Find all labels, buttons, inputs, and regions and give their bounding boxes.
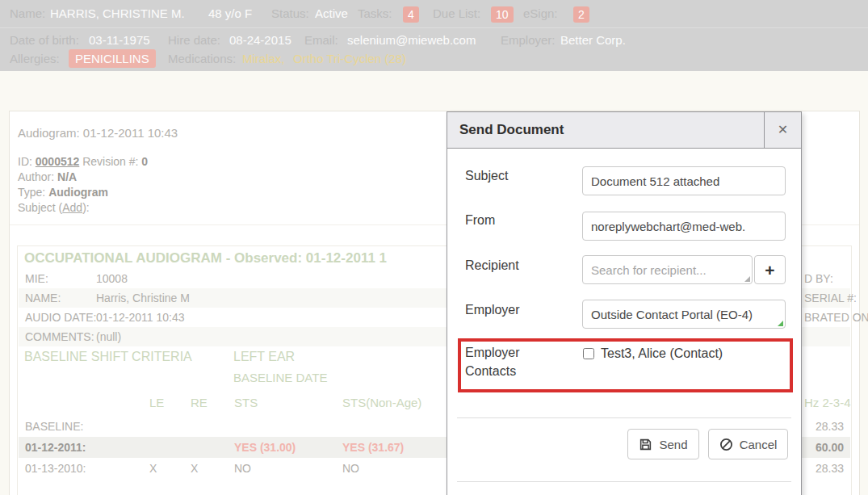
doc-author-label: Author: <box>18 170 54 183</box>
doc-revision-value: 0 <box>141 155 148 168</box>
recipient-label: Recipient <box>465 258 519 273</box>
dob-value: 03-11-1975 <box>89 31 150 50</box>
send-document-modal: Send Document ✕ Subject From Recipient +… <box>447 111 802 495</box>
doc-type-value: Audiogram <box>48 186 108 199</box>
cutoff-fragment: BRATED ON <box>804 308 868 327</box>
employer-resize-grip-icon[interactable] <box>778 321 783 326</box>
contact-checkbox[interactable] <box>583 348 594 359</box>
close-icon[interactable]: ✕ <box>764 112 801 148</box>
baseline-date-header: BASELINE DATE <box>233 371 327 384</box>
screen: Name: HARRIS, CHRISTINE M. 48 y/o F Stat… <box>0 0 868 495</box>
employer-contacts-label-line1: Employer <box>465 346 520 360</box>
status-label: Status: <box>271 0 309 27</box>
allergy-badge[interactable]: PENICILLINS <box>69 49 156 68</box>
cancel-slash-icon <box>719 438 733 451</box>
tasks-label: Tasks: <box>358 0 392 27</box>
email-label: Email: <box>304 31 338 50</box>
esign-count-badge[interactable]: 2 <box>573 6 589 23</box>
doc-id-link[interactable]: 0000512 <box>36 155 80 168</box>
contact-option-label: Test3, Alice (Contact) <box>601 346 723 361</box>
medication-link-2[interactable]: Ortho Tri-Cyclen (28) <box>293 49 406 69</box>
medication-link-1[interactable]: Miralax, <box>242 49 285 69</box>
bottom-divider <box>457 481 791 482</box>
cutoff-fragment: D BY: <box>804 269 833 288</box>
modal-title: Send Document <box>459 112 564 148</box>
hz-header-fragment: Hz 2-3-4 <box>804 393 851 413</box>
doc-subject-label: Subject ( <box>18 201 62 214</box>
due-list-label: Due List: <box>433 0 480 27</box>
recipient-resize-grip-icon[interactable] <box>744 276 750 282</box>
cutoff-fragment: SERIAL #: <box>804 288 857 308</box>
patient-name: HARRIS, CHRISTINE M. <box>50 0 185 27</box>
baseline-title: BASELINE SHIFT CRITERIA <box>24 350 192 364</box>
employer-value: Better Corp. <box>560 31 626 50</box>
doc-author-value: N/A <box>57 170 77 183</box>
due-list-count-badge[interactable]: 10 <box>491 6 514 23</box>
email-value: selenium@mieweb.com <box>347 31 476 50</box>
add-recipient-button[interactable]: + <box>754 255 786 284</box>
esign-label: eSign: <box>523 0 558 27</box>
hire-date-label: Hire date: <box>168 31 220 50</box>
send-button-label: Send <box>659 438 687 451</box>
left-ear-header: LEFT EAR <box>233 350 295 364</box>
document-title: Audiogram: 01-12-2011 10:43 <box>18 126 178 140</box>
from-input[interactable] <box>582 212 786 241</box>
allergies-label: Allergies: <box>10 49 60 69</box>
employer-field-label: Employer <box>465 303 520 317</box>
report-heading: OCCUPATIONAL AUDIOGRAM - Observed: 01-12… <box>24 250 387 266</box>
employer-contacts-label-line2: Contacts <box>465 364 516 379</box>
hire-date-value: 08-24-2015 <box>229 31 291 50</box>
recipient-search-input[interactable] <box>582 255 753 284</box>
patient-header-rows23: Date of birth: 03-11-1975 Hire date: 08-… <box>0 28 868 71</box>
save-disk-icon <box>639 438 652 451</box>
medications-label: Medications: <box>168 49 236 69</box>
from-label: From <box>465 213 495 228</box>
employer-select-input[interactable] <box>582 300 786 329</box>
patient-header-row1: Name: HARRIS, CHRISTINE M. 48 y/o F Stat… <box>0 0 868 28</box>
name-label: Name: <box>10 0 45 27</box>
dob-label: Date of birth: <box>10 31 79 50</box>
send-button[interactable]: Send <box>627 429 699 459</box>
footer-divider <box>457 417 791 418</box>
subject-input[interactable] <box>582 166 786 195</box>
doc-subject-add-link[interactable]: Add <box>62 201 82 214</box>
cancel-button[interactable]: Cancel <box>708 429 788 459</box>
cancel-button-label: Cancel <box>740 438 778 451</box>
doc-revision-label: Revision #: <box>82 155 138 168</box>
modal-header: Send Document ✕ <box>447 112 801 149</box>
status-value: Active <box>315 0 348 27</box>
doc-id-label: ID: <box>18 155 32 168</box>
patient-age-sex: 48 y/o F <box>208 0 252 27</box>
employer-label: Employer: <box>501 31 556 50</box>
tasks-count-badge[interactable]: 4 <box>403 6 419 23</box>
doc-type-label: Type: <box>18 186 45 199</box>
subject-label: Subject <box>465 169 508 183</box>
